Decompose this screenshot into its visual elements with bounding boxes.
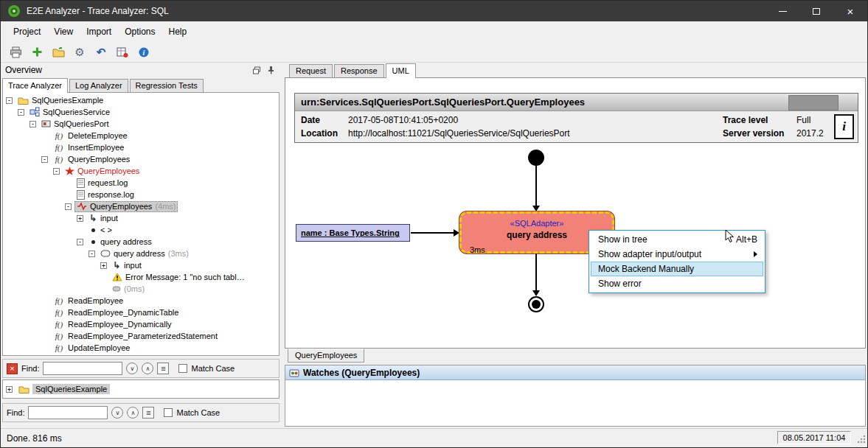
tree-item[interactable]: UpdateEmployee xyxy=(3,342,279,354)
info-button[interactable]: i xyxy=(834,114,854,139)
menu-view[interactable]: View xyxy=(47,24,80,40)
expander-icon[interactable] xyxy=(77,239,83,245)
pin-icon[interactable] xyxy=(265,65,277,75)
status-datetime: 08.05.2017 11:04 xyxy=(777,431,851,444)
find-input-bottom[interactable] xyxy=(28,406,108,419)
function-icon xyxy=(53,308,65,317)
menu-options[interactable]: Options xyxy=(118,24,162,40)
find-previous-icon[interactable] xyxy=(127,407,139,419)
match-case-checkbox-bottom[interactable] xyxy=(164,408,173,417)
match-case-checkbox-top[interactable] xyxy=(178,364,187,373)
tree-item[interactable]: DeleteEmployee xyxy=(3,130,279,141)
close-button[interactable] xyxy=(833,1,867,21)
date-value: 2017-05-08T10:41:05+0200 xyxy=(348,113,458,127)
overview-title: Overview xyxy=(5,65,42,75)
menu-item-show-error[interactable]: Show error xyxy=(591,276,763,291)
watches-body[interactable] xyxy=(285,380,865,426)
tree-item[interactable]: ReadEmployee_Dynamically xyxy=(3,318,279,330)
function-icon xyxy=(53,332,65,340)
adapter-call-icon xyxy=(100,250,111,257)
tab-queryemployees[interactable]: QueryEmployees xyxy=(288,349,364,363)
menu-item-show-adapter-input-output[interactable]: Show adapter input/output xyxy=(591,247,763,262)
print-icon[interactable] xyxy=(8,45,23,60)
tree-item[interactable]: ReadEmployee xyxy=(3,295,279,307)
error-star-icon xyxy=(65,167,74,176)
close-find-icon[interactable] xyxy=(7,363,18,374)
export-table-icon[interactable] xyxy=(115,45,130,60)
detail-panel: Request Response UML urn:Services.SqlQue… xyxy=(283,63,867,428)
bullet-icon xyxy=(88,228,97,232)
tree-item[interactable]: < > xyxy=(3,224,279,236)
tree-item[interactable]: SqlQueriesService xyxy=(3,106,279,118)
menu-help[interactable]: Help xyxy=(162,24,194,40)
tree-item-error-message[interactable]: Error Message: 1 "no such tabl… xyxy=(3,271,279,283)
tree-item[interactable]: SqlQueriesExample xyxy=(32,384,110,394)
tree-item-error-call[interactable]: QueryEmployees xyxy=(3,165,279,177)
find-previous-icon[interactable] xyxy=(142,363,153,374)
service-urn-title: urn:Services.SqlQueriesPort.SqlQueriesPo… xyxy=(295,94,858,111)
tree-item-selected[interactable]: QueryEmployees (4ms) xyxy=(3,200,279,212)
add-icon[interactable] xyxy=(29,45,44,60)
expander-icon[interactable] xyxy=(77,215,83,222)
tree-item[interactable]: ReadEmployee_DynamicTable xyxy=(3,307,279,318)
undo-icon[interactable] xyxy=(94,45,108,60)
expander-icon[interactable] xyxy=(65,203,72,210)
overview-header: Overview xyxy=(1,63,281,77)
close-icon xyxy=(847,6,854,17)
expander-icon[interactable] xyxy=(88,251,95,257)
tree-item[interactable]: input xyxy=(3,212,279,224)
open-icon[interactable] xyxy=(51,45,66,60)
menu-item-show-in-tree[interactable]: Show in tree Alt+B xyxy=(591,232,763,247)
tree-item[interactable]: SqlQueriesPort xyxy=(3,118,279,130)
function-icon xyxy=(53,320,65,329)
adapter-stereotype: «SQLAdapter» xyxy=(462,219,612,228)
expander-icon[interactable] xyxy=(100,262,107,269)
tree-item[interactable]: query address xyxy=(3,236,279,248)
expander-icon[interactable] xyxy=(53,168,60,175)
menu-import[interactable]: Import xyxy=(80,24,118,40)
find-label: Find: xyxy=(21,364,39,373)
tree-item[interactable]: QueryEmployees xyxy=(3,153,279,165)
tree-item[interactable]: SqlQueriesExample xyxy=(3,94,279,106)
expander-icon[interactable] xyxy=(41,156,48,163)
find-bar-bottom: Find: Match Case xyxy=(2,403,280,422)
uml-parameter-label[interactable]: name : Base Types.String xyxy=(296,224,410,242)
tree-item[interactable]: response.log xyxy=(3,189,279,200)
function-icon xyxy=(53,296,65,305)
tree-item[interactable]: (0ms) xyxy=(3,283,279,295)
server-version-label: Server version xyxy=(723,127,796,140)
uml-arrowhead xyxy=(532,206,540,211)
menu-project[interactable]: Project xyxy=(7,24,47,40)
find-next-icon[interactable] xyxy=(111,407,123,419)
resize-grip-icon[interactable] xyxy=(856,434,867,447)
minimize-button[interactable] xyxy=(765,1,799,21)
tree-item[interactable]: ReadEmployee_ParameterizedStatement xyxy=(3,330,279,342)
find-options-icon[interactable] xyxy=(157,363,169,374)
tab-response[interactable]: Response xyxy=(334,64,384,77)
gear-icon[interactable] xyxy=(72,45,87,60)
expander-icon[interactable] xyxy=(6,386,13,393)
info-icon[interactable]: i xyxy=(136,45,151,60)
menu-item-mock-backend-manually[interactable]: Mock Backend Manually xyxy=(591,262,763,276)
expander-icon[interactable] xyxy=(18,109,24,116)
tree-item[interactable]: request.log xyxy=(3,177,279,189)
tab-trace-analyzer[interactable]: Trace Analyzer xyxy=(2,78,68,93)
maximize-button[interactable] xyxy=(799,1,833,21)
expander-icon[interactable] xyxy=(29,121,36,127)
find-next-icon[interactable] xyxy=(126,363,138,374)
server-version-value: 2017.2 xyxy=(796,127,824,140)
secondary-tree: SqlQueriesExample xyxy=(2,379,280,399)
find-input-top[interactable] xyxy=(43,362,122,375)
tab-log-analyzer[interactable]: Log Analyzer xyxy=(69,79,128,92)
tree-item[interactable]: query address (3ms) xyxy=(3,248,279,259)
function-icon xyxy=(53,343,65,352)
tab-request[interactable]: Request xyxy=(289,64,333,77)
find-options-icon[interactable] xyxy=(142,407,154,419)
tab-uml[interactable]: UML xyxy=(386,63,416,78)
uml-start-node xyxy=(528,150,544,166)
tab-regression-tests[interactable]: Regression Tests xyxy=(130,79,204,92)
expander-icon[interactable] xyxy=(6,97,13,104)
tree-item[interactable]: input xyxy=(3,259,279,271)
float-panel-icon[interactable] xyxy=(251,65,263,75)
tree-item[interactable]: InsertEmployee xyxy=(3,141,279,153)
